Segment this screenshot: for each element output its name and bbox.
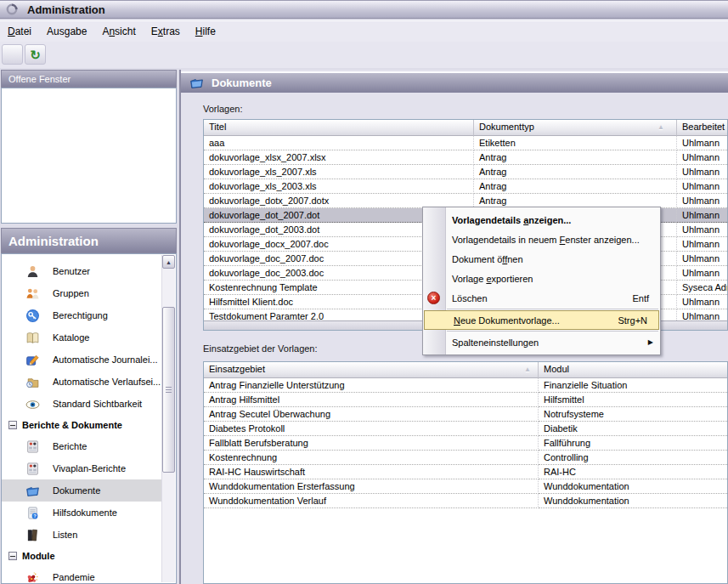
table-row[interactable]: RAI-HC HauswirtschaftRAI-HC	[204, 465, 727, 479]
sidebar-item-auto-journal[interactable]: Automatische Journalei...	[2, 349, 161, 371]
toolbar-button-empty[interactable]	[2, 44, 23, 65]
vorlagen-table-header: Titel Dokumenttyp▲ Bearbeitet d	[204, 120, 727, 136]
column-header-dokumenttyp[interactable]: Dokumenttyp▲	[474, 120, 677, 136]
submenu-arrow-icon: ▶	[648, 338, 653, 346]
history-folder-icon	[25, 375, 40, 389]
sidebar-item-kataloge[interactable]: Kataloge	[2, 326, 161, 349]
books-icon	[25, 528, 40, 542]
sidebar-item-vivaplan-berichte[interactable]: Vivaplan-Berichte	[2, 457, 161, 479]
table-row[interactable]: KostenrechnungControlling	[204, 451, 727, 465]
table-row[interactable]: Wunddokumentation VerlaufWunddokumentati…	[204, 494, 727, 508]
table-row[interactable]: Antrag Secutel ÜberwachungNotrufsysteme	[204, 407, 727, 422]
table-row[interactable]: dokuvorlage_xls_2003.xlsAntragUhlmann	[204, 179, 727, 194]
sidebar-item-berechtigung[interactable]: Berechtigung	[2, 304, 161, 326]
help-document-icon: ?	[25, 506, 40, 520]
sort-ascending-icon: ▲	[657, 123, 664, 131]
sidebar-scrollbar[interactable]: ▲	[161, 255, 175, 582]
catalog-book-icon	[25, 331, 40, 345]
sidebar-item-listen[interactable]: Listen	[2, 524, 161, 546]
sidebar-item-dokumente[interactable]: Dokumente	[2, 479, 161, 502]
sidebar-group-berichte-dokumente[interactable]: Berichte & Dokumente	[2, 415, 176, 435]
menu-ausgabe[interactable]: Ausgabe	[39, 23, 94, 40]
refresh-icon: ↻	[30, 48, 41, 61]
user-icon	[25, 264, 40, 279]
table-row[interactable]: Antrag HilfsmittelHilfsmittel	[204, 393, 727, 407]
sidebar-item-pandemie[interactable]: Pandemie	[2, 566, 161, 584]
shortcut-label: Strg+N	[618, 315, 658, 326]
einsatzgebiet-table: Einsatzgebiet▲ Modul Antrag Finanzielle …	[203, 361, 728, 584]
pandemic-flower-icon	[25, 570, 40, 584]
documents-folder-icon	[189, 76, 204, 90]
page-title: Dokumente	[212, 77, 272, 89]
context-menu-item-loeschen[interactable]: × Löschen Entf	[423, 288, 660, 308]
table-row[interactable]: aaaEtikettenUhlmann	[204, 136, 727, 150]
sidebar-group-module[interactable]: Module	[2, 546, 176, 566]
menu-separator	[447, 309, 658, 309]
app-icon	[5, 3, 19, 16]
users-icon	[25, 286, 40, 301]
report-icon	[25, 462, 40, 476]
menu-ansicht[interactable]: Ansicht	[94, 23, 143, 40]
permission-key-icon	[25, 309, 40, 323]
offene-fenster-list[interactable]	[1, 88, 177, 224]
context-menu: Vorlagendetails anzeigen... Vorlagendeta…	[422, 207, 661, 355]
table-row[interactable]: dokuvorlage_xlsx_2007.xlsxAntragUhlmann	[204, 150, 727, 165]
context-menu-item-dokument-oeffnen[interactable]: Dokument öffnen	[423, 249, 660, 269]
offene-fenster-header: Offene Fenster	[1, 70, 177, 88]
collapse-icon[interactable]	[8, 421, 17, 429]
sort-ascending-icon: ▲	[524, 366, 531, 373]
vorlagen-label: Vorlagen:	[203, 104, 242, 114]
sidebar-item-berichte[interactable]: Berichte	[2, 435, 161, 457]
toolbar: ↻	[0, 42, 728, 68]
sidebar-item-benutzer[interactable]: Benutzer	[2, 260, 161, 282]
title-bar: Administration	[0, 0, 728, 19]
table-row[interactable]: Wunddokumentation ErsterfassungWunddokum…	[204, 479, 727, 494]
context-menu-item-vorlage-exportieren[interactable]: Vorlage exportieren	[423, 269, 660, 288]
menu-hilfe[interactable]: Hilfe	[188, 23, 223, 40]
eye-icon	[25, 397, 40, 411]
einsatzgebiet-table-rows: Antrag Finanzielle UnterstützungFinanzie…	[204, 378, 727, 508]
window-title: Administration	[27, 3, 105, 16]
delete-icon: ×	[427, 292, 440, 304]
table-row[interactable]: dokuvorlage_xls_2007.xlsAntragUhlmann	[204, 165, 727, 179]
sidebar-item-hilfsdokumente[interactable]: ? Hilfsdokumente	[2, 502, 161, 524]
menu-bar: Datei Ausgabe Ansicht Extras Hilfe	[0, 20, 728, 42]
context-menu-item-vorlagendetails-neues-fenster[interactable]: Vorlagendetails in neuem Fenster anzeige…	[423, 230, 660, 249]
table-row[interactable]: Fallblatt BerufsberatungFallführung	[204, 436, 727, 451]
shortcut-label: Entf	[632, 293, 660, 303]
report-icon	[25, 439, 40, 454]
sidebar-item-auto-verlauf[interactable]: Automatische Verlaufsei...	[2, 371, 161, 393]
context-menu-item-neue-dokumentvorlage[interactable]: Neue Dokumentvorlage... Strg+N	[424, 310, 659, 330]
menu-extras[interactable]: Extras	[144, 23, 188, 40]
einsatzgebiet-table-header: Einsatzgebiet▲ Modul	[204, 362, 727, 378]
administration-header: Administration	[1, 228, 177, 253]
collapse-icon[interactable]	[8, 552, 17, 560]
context-menu-item-spalteneinstellungen[interactable]: Spalteneinstellungen ▶	[423, 332, 660, 352]
sidebar-item-sichtbarkeit[interactable]: Standard Sichtbarkeit	[2, 393, 161, 415]
dokumente-panel-header: Dokumente	[181, 71, 728, 93]
menu-separator	[447, 331, 658, 332]
svg-text:?: ?	[33, 513, 37, 519]
table-row[interactable]: Diabetes ProtokollDiabetik	[204, 422, 727, 436]
column-header-einsatzgebiet[interactable]: Einsatzgebiet▲	[204, 362, 539, 378]
journal-icon	[25, 353, 40, 367]
sidebar-item-gruppen[interactable]: Gruppen	[2, 282, 161, 304]
column-header-bearbeitet[interactable]: Bearbeitet d	[677, 120, 727, 136]
scroll-up-icon[interactable]: ▲	[162, 255, 175, 269]
refresh-button[interactable]: ↻	[25, 44, 46, 65]
scrollbar-thumb[interactable]	[162, 307, 175, 473]
documents-folder-icon	[25, 484, 40, 498]
administration-nav-panel: Benutzer Gruppen Berechtigung Kataloge A…	[1, 253, 177, 584]
einsatzgebiet-label: Einsatzgebiet der Vorlagen:	[203, 343, 318, 354]
table-row[interactable]: Antrag Finanzielle UnterstützungFinanzie…	[204, 378, 727, 393]
column-header-titel[interactable]: Titel	[204, 120, 474, 136]
context-menu-item-vorlagendetails[interactable]: Vorlagendetails anzeigen...	[423, 210, 660, 230]
column-header-modul[interactable]: Modul	[539, 362, 727, 378]
menu-datei[interactable]: Datei	[0, 23, 39, 40]
